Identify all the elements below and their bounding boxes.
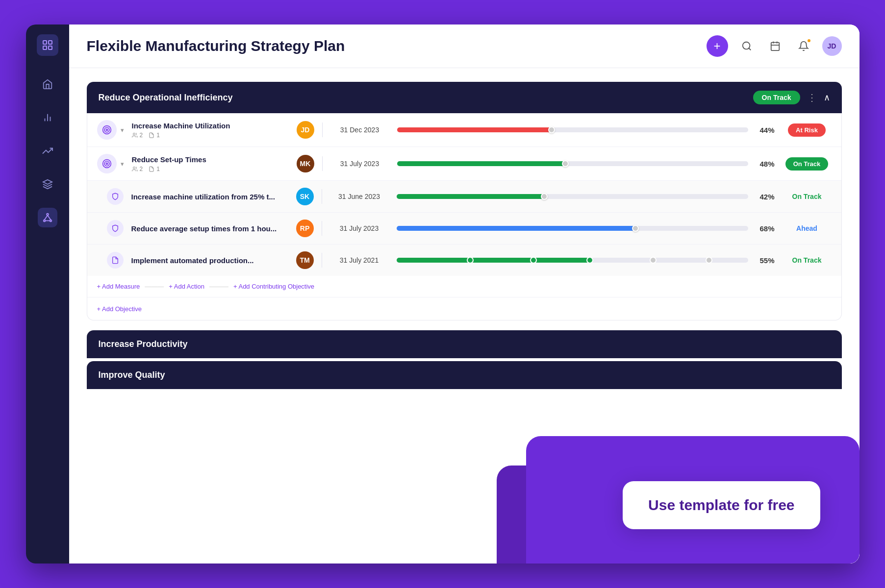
- progress-wrap: 48%: [397, 160, 775, 168]
- sidebar-item-trend[interactable]: [38, 141, 57, 161]
- add-actions-row: + Add Measure ——— + Add Action ——— + Add…: [87, 276, 841, 297]
- target-icon: [102, 159, 112, 169]
- svg-rect-3: [49, 46, 52, 49]
- people-count: 2: [140, 132, 143, 139]
- svg-rect-2: [43, 46, 47, 49]
- kr-meta: 2 1: [132, 132, 289, 139]
- kr-meta-docs: 1: [149, 166, 160, 172]
- doc-icon: [149, 166, 154, 172]
- docs-count: 1: [156, 132, 160, 139]
- add-contributing-link[interactable]: + Add Contributing Objective: [233, 283, 314, 290]
- kr-meta: 2 1: [132, 166, 289, 172]
- svg-line-11: [44, 215, 47, 220]
- progress-thumb: [632, 225, 639, 232]
- kr-date: 31 July 2023: [330, 160, 389, 168]
- calendar-icon: [770, 41, 781, 51]
- measure-status: On Track: [783, 192, 832, 201]
- header-actions: +: [707, 35, 842, 57]
- svg-point-25: [104, 161, 109, 166]
- sidebar: [26, 24, 69, 564]
- svg-rect-0: [43, 41, 47, 44]
- measure-info: Increase machine utilization from 25% t.…: [131, 193, 288, 201]
- doc-icon: [149, 132, 154, 138]
- measure-icon-wrap: [107, 220, 124, 237]
- progress-thumb: [562, 160, 569, 167]
- productivity-title: Increase Productivity: [99, 339, 188, 349]
- sidebar-logo: [37, 34, 58, 56]
- measure-date: 31 June 2023: [330, 193, 389, 200]
- measure-title: Reduce average setup times from 1 hou...: [131, 224, 278, 233]
- measure-title: Implement automated production...: [131, 256, 278, 265]
- user-initials: JD: [828, 42, 836, 50]
- collapse-button[interactable]: ∧: [824, 92, 830, 103]
- progress-track: [397, 161, 748, 166]
- kr-expand-icon[interactable]: ▾: [121, 126, 124, 134]
- kr-row: ▾ Increase Machine Utilization 2: [87, 113, 841, 147]
- svg-rect-1: [49, 41, 52, 44]
- add-objective-link[interactable]: + Add Objective: [97, 305, 142, 313]
- progress-wrap: 55%: [397, 256, 775, 265]
- user-avatar-button[interactable]: JD: [822, 36, 842, 56]
- ahead-text: Ahead: [796, 224, 817, 232]
- objective-title: Reduce Operational Inefficiency: [99, 93, 233, 103]
- progress-dot-inactive: [706, 257, 712, 264]
- measure-date: 31 July 2023: [330, 224, 389, 232]
- on-track-text: On Track: [792, 193, 822, 200]
- notification-dot: [807, 38, 811, 43]
- add-button[interactable]: +: [707, 35, 728, 57]
- svg-point-21: [104, 127, 109, 132]
- kr-info: Increase Machine Utilization 2 1: [132, 122, 289, 139]
- measure-status: On Track: [783, 256, 832, 265]
- progress-fill: [397, 127, 552, 132]
- sidebar-item-home[interactable]: [38, 74, 57, 94]
- progress-wrap: 44%: [397, 126, 775, 134]
- calendar-button[interactable]: [765, 36, 785, 56]
- progress-track: [397, 127, 748, 132]
- progress-track: [397, 226, 748, 231]
- progress-wrap: 68%: [397, 224, 775, 233]
- at-risk-badge: At Risk: [788, 123, 826, 137]
- page-header: Flexible Manufacturing Strategy Plan +: [69, 24, 860, 68]
- add-action-link[interactable]: + Add Action: [169, 283, 204, 290]
- progress-dot: [467, 257, 474, 264]
- svg-point-22: [106, 129, 107, 130]
- people-count: 2: [140, 166, 143, 172]
- measure-title: Increase machine utilization from 25% t.…: [131, 193, 278, 201]
- measure-info: Implement automated production...: [131, 256, 288, 265]
- add-measure-link[interactable]: + Add Measure: [97, 283, 140, 290]
- kr-avatar: MK: [297, 155, 314, 172]
- progress-fill-green: [397, 258, 590, 263]
- on-track-text: On Track: [792, 256, 822, 264]
- measure-row: Implement automated production... TM 31 …: [87, 245, 841, 276]
- on-track-badge: On Track: [785, 157, 829, 171]
- measure-row: Increase machine utilization from 25% t.…: [87, 181, 841, 213]
- kr-title: Increase Machine Utilization: [132, 122, 279, 130]
- progress-fill: [397, 161, 566, 166]
- sidebar-item-network[interactable]: [38, 208, 57, 227]
- productivity-section-header: Increase Productivity: [87, 330, 842, 358]
- sidebar-item-chart[interactable]: [38, 108, 57, 127]
- kr-meta-docs: 1: [149, 132, 160, 139]
- use-template-cta[interactable]: Use template for free: [623, 481, 820, 529]
- people-icon: [132, 166, 138, 172]
- objective-header: Reduce Operational Inefficiency On Track…: [87, 82, 842, 113]
- kr-expand-icon[interactable]: ▾: [121, 160, 124, 168]
- more-options-button[interactable]: ⋮: [807, 92, 817, 103]
- sidebar-item-layers[interactable]: [38, 174, 57, 194]
- objective-header-right: On Track ⋮ ∧: [753, 91, 830, 104]
- progress-fill: [397, 226, 636, 231]
- notification-button[interactable]: [794, 36, 813, 56]
- progress-track: [397, 194, 748, 199]
- measure-info: Reduce average setup times from 1 hou...: [131, 224, 288, 233]
- quality-section-header: Improve Quality: [87, 361, 842, 389]
- kr-info: Reduce Set-up Times 2 1: [132, 155, 289, 172]
- svg-line-12: [48, 215, 51, 220]
- target-icon: [102, 125, 112, 135]
- quality-title: Improve Quality: [99, 370, 165, 380]
- svg-line-15: [749, 48, 751, 50]
- separator: [322, 156, 323, 171]
- separator: [322, 122, 323, 137]
- search-button[interactable]: [737, 36, 757, 56]
- kr-icon-wrap: [97, 154, 117, 173]
- progress-pct: 55%: [754, 256, 775, 265]
